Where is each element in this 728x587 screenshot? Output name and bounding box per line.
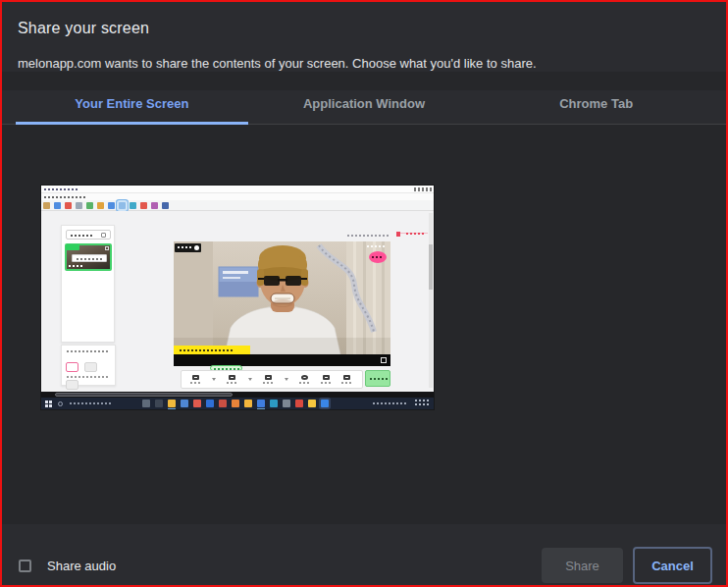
cancel-button[interactable]: Cancel bbox=[633, 547, 712, 584]
toolbar-icon bbox=[162, 202, 169, 209]
taskbar-app-icons bbox=[142, 400, 334, 407]
person-illustration bbox=[174, 241, 390, 354]
camera-label-text bbox=[178, 246, 191, 248]
share-audio-label[interactable]: Share audio bbox=[47, 559, 116, 573]
tab-chrome-tab[interactable]: Chrome Tab bbox=[480, 90, 712, 124]
taskbar-app-icon bbox=[257, 400, 265, 407]
camera-glyph-icon bbox=[101, 233, 106, 238]
record-action-button bbox=[365, 370, 390, 387]
control-mic bbox=[190, 375, 201, 384]
start-button-icon bbox=[45, 400, 48, 403]
taskbar-app-icon bbox=[181, 400, 188, 407]
share-screen-dialog: Share your screen melonapp.com wants to … bbox=[0, 0, 728, 587]
toolbar-icon bbox=[108, 202, 115, 209]
taskbar-app-icon bbox=[219, 400, 227, 407]
control-record bbox=[299, 375, 310, 384]
preview-app-body bbox=[41, 211, 434, 392]
taskbar-app-icon bbox=[193, 400, 201, 407]
toolbar-icon bbox=[65, 202, 72, 209]
window-controls-icon bbox=[414, 187, 432, 191]
caret-down-icon bbox=[248, 378, 252, 381]
webcam-glyph-icon bbox=[229, 375, 235, 380]
toolbar-icon bbox=[43, 202, 50, 209]
window-scrollbar bbox=[429, 213, 433, 388]
toolbar-icon bbox=[130, 202, 136, 209]
tab-bar: Your Entire Screen Application Window Ch… bbox=[2, 90, 726, 125]
pin-glyph-icon bbox=[105, 246, 109, 250]
thumb-caption-text bbox=[69, 265, 84, 267]
search-icon bbox=[58, 401, 63, 406]
share-audio-checkbox[interactable] bbox=[19, 560, 31, 572]
horizontal-scrollbar-thumb bbox=[55, 393, 233, 397]
system-tray bbox=[373, 402, 408, 404]
action-button-text bbox=[370, 378, 388, 380]
mic-glyph-icon bbox=[192, 375, 199, 380]
taskbar-app-icon bbox=[155, 400, 163, 407]
control-screen bbox=[263, 375, 274, 384]
screen-preview-thumbnail[interactable] bbox=[41, 186, 434, 409]
expand-flag-icon bbox=[396, 232, 400, 237]
taskbar-app-icon bbox=[321, 400, 329, 407]
dialog-header: Share your screen melonapp.com wants to … bbox=[2, 2, 726, 72]
recorded-section-card bbox=[61, 345, 116, 386]
record-glyph-icon bbox=[301, 375, 308, 380]
taskbar-app-icon bbox=[270, 400, 278, 407]
viewer-name-text bbox=[367, 245, 387, 247]
recorded-button-pink bbox=[66, 362, 78, 372]
dialog-footer: Share audio Share Cancel bbox=[2, 524, 726, 585]
tab-application-window[interactable]: Application Window bbox=[248, 90, 481, 124]
recorded-note-text bbox=[67, 376, 110, 378]
take-new-button bbox=[66, 230, 111, 240]
dialog-title: Share your screen bbox=[18, 18, 710, 39]
caption-text bbox=[180, 349, 234, 351]
fullscreen-glyph-icon bbox=[381, 357, 387, 363]
expand-link bbox=[396, 223, 428, 234]
recorded-heading bbox=[67, 350, 108, 352]
control-label bbox=[190, 382, 201, 384]
layout-glyph-icon bbox=[323, 375, 330, 380]
taskbar-app-icon bbox=[283, 400, 290, 407]
windows-taskbar bbox=[41, 398, 434, 409]
tooltip-text bbox=[77, 258, 104, 260]
take-new-label bbox=[71, 235, 94, 237]
video-bottom-bar bbox=[174, 354, 390, 366]
taskbar-app-icon bbox=[232, 400, 239, 407]
toolbar-icon bbox=[97, 202, 104, 209]
taskbar-app-icon bbox=[168, 400, 176, 407]
toolbar-icon bbox=[140, 202, 147, 209]
sidebar-card bbox=[61, 225, 115, 343]
selected-recording-thumb bbox=[65, 243, 112, 271]
toolbar-icon bbox=[119, 202, 126, 209]
window-title-text bbox=[44, 188, 78, 190]
control-label bbox=[227, 382, 237, 384]
dialog-subtitle: melonapp.com wants to share the contents… bbox=[18, 56, 710, 72]
taskbar-app-icon bbox=[295, 400, 303, 407]
taskbar-app-icon bbox=[244, 400, 252, 407]
taskbar-app-icon bbox=[206, 400, 214, 407]
recorded-button-1 bbox=[84, 362, 97, 372]
camera-dot-icon bbox=[194, 245, 199, 250]
record-badge bbox=[66, 244, 79, 250]
control-label bbox=[341, 382, 352, 384]
control-webcam bbox=[227, 375, 237, 384]
taskbar-app-icon bbox=[142, 400, 150, 407]
taskbar-clock bbox=[415, 400, 429, 405]
preview-menu-bar bbox=[41, 193, 434, 200]
menu-bar-text bbox=[44, 196, 85, 198]
taskbar-search-text bbox=[70, 402, 111, 404]
expand-text bbox=[406, 233, 426, 235]
scrollbar-thumb bbox=[429, 244, 433, 290]
taskbar-app-icon bbox=[308, 400, 316, 407]
control-finish bbox=[341, 375, 352, 384]
control-label bbox=[263, 382, 274, 384]
tab-entire-screen[interactable]: Your Entire Screen bbox=[16, 90, 248, 124]
preview-toolbar bbox=[41, 200, 434, 211]
toolbar-icon bbox=[54, 202, 61, 209]
preview-window-titlebar bbox=[41, 186, 434, 193]
control-label bbox=[299, 382, 310, 384]
recorded-button-2 bbox=[66, 380, 78, 390]
preview-present-text bbox=[347, 235, 390, 237]
clock-time-text bbox=[415, 400, 429, 401]
webcam-video bbox=[174, 241, 390, 366]
share-button[interactable]: Share bbox=[542, 548, 623, 583]
